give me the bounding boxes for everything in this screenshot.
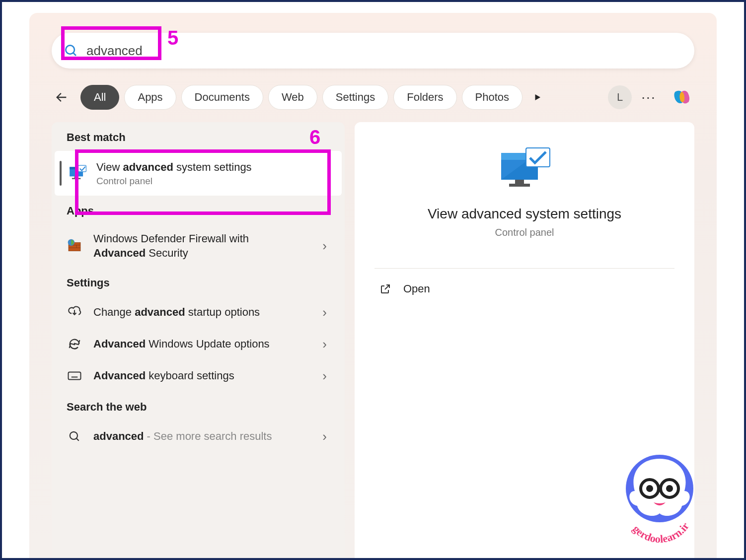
result-startup-options[interactable]: Change advanced startup options › [52,296,345,328]
copilot-icon[interactable] [669,84,694,110]
svg-rect-7 [72,178,80,179]
user-avatar[interactable]: L [608,85,632,109]
more-button[interactable]: ··· [637,85,661,109]
filter-documents[interactable]: Documents [181,85,263,110]
download-icon [66,303,83,321]
result-title: Advanced Windows Update options [93,337,318,351]
results-container: Best match View advanced system settings… [52,122,694,558]
result-title: Change advanced startup options [93,305,318,320]
svg-line-32 [385,285,389,289]
t: Advanced [93,369,146,382]
section-best-match: Best match [52,122,345,151]
firewall-icon [66,237,83,255]
annotation-label-6: 6 [309,126,320,148]
t: advanced [135,306,185,318]
filter-more-button[interactable] [527,87,547,107]
chevron-right-icon[interactable]: › [318,238,331,254]
t: Advanced [93,338,146,350]
result-windows-update[interactable]: Advanced Windows Update options › [52,328,345,360]
filter-all[interactable]: All [80,85,119,110]
t: Security [146,247,188,259]
chevron-right-icon[interactable]: › [318,368,331,384]
svg-text:gerdoolearn.ir: gerdoolearn.ir [630,520,691,543]
result-text: View advanced system settings Control pa… [96,160,333,187]
result-title: Windows Defender Firewall with Advanced … [93,231,318,261]
back-button[interactable] [52,87,72,107]
svg-line-24 [76,438,79,441]
result-title: advanced - See more search results [93,429,318,444]
results-list: Best match View advanced system settings… [52,122,345,558]
search-icon [64,43,78,58]
t: system settings [173,161,252,173]
result-subtitle: Control panel [96,176,333,187]
svg-point-37 [666,485,673,492]
chevron-right-icon[interactable]: › [318,429,331,444]
svg-rect-17 [69,372,81,380]
svg-point-0 [66,45,75,54]
svg-point-23 [70,432,77,439]
window-frame: All Apps Documents Web Settings Folders … [0,0,746,560]
search-icon [66,427,83,445]
result-title: Advanced keyboard settings [93,368,318,383]
svg-rect-29 [515,180,524,184]
t: Change [93,306,135,318]
t: - See more search results [144,430,272,442]
result-web-search[interactable]: advanced - See more search results › [52,420,345,452]
filter-settings[interactable]: Settings [322,85,389,110]
t: advanced [123,161,173,173]
svg-rect-30 [509,184,530,187]
t: Advanced [93,247,146,259]
section-web: Search the web [52,392,345,420]
preview-title: View advanced system settings [428,206,621,222]
t: startup options [185,306,260,318]
t: View [96,161,123,173]
svg-rect-6 [75,176,78,178]
filter-photos[interactable]: Photos [462,85,523,110]
filter-row: All Apps Documents Web Settings Folders … [52,83,694,111]
watermark-text: gerdoolearn.ir [630,520,691,543]
annotation-label-5: 5 [167,27,178,49]
t: advanced [93,430,144,442]
t: keyboard settings [146,369,234,382]
svg-marker-3 [535,94,541,100]
keyboard-icon [66,367,83,385]
t: Windows Update options [146,338,269,350]
filter-apps[interactable]: Apps [124,85,176,110]
filter-folders[interactable]: Folders [393,85,456,110]
section-apps: Apps [52,196,345,224]
search-bar[interactable] [52,33,694,69]
result-keyboard-settings[interactable]: Advanced keyboard settings › [52,360,345,392]
preview-app-icon [497,147,552,194]
preview-subtitle: Control panel [495,227,554,238]
filter-web[interactable]: Web [268,85,317,110]
svg-rect-31 [526,148,550,167]
open-icon [379,283,391,295]
monitor-settings-icon [68,163,87,183]
chevron-right-icon[interactable]: › [318,305,331,320]
result-best-match[interactable]: View advanced system settings Control pa… [55,151,342,196]
chevron-right-icon[interactable]: › [318,337,331,352]
open-action[interactable]: Open [374,269,674,309]
svg-line-1 [74,53,76,56]
result-firewall[interactable]: Windows Defender Firewall with Advanced … [52,224,345,268]
watermark-logo: gerdoolearn.ir [610,444,709,543]
open-label: Open [403,282,430,295]
svg-point-36 [646,485,653,492]
sync-icon [66,335,83,353]
t: Windows Defender Firewall with [93,232,249,245]
section-settings: Settings [52,268,345,296]
